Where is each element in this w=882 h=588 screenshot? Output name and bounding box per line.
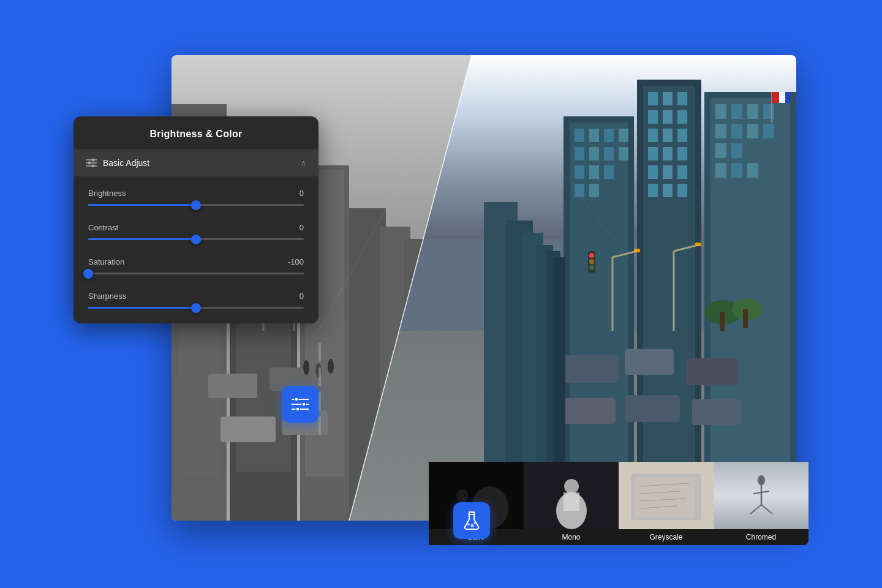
svg-rect-62	[715, 124, 726, 138]
svg-rect-66	[715, 143, 726, 158]
svg-rect-101	[575, 165, 584, 179]
svg-point-171	[758, 475, 765, 485]
svg-rect-45	[318, 368, 321, 386]
mono-thumbnail-image	[524, 462, 619, 529]
svg-rect-95	[604, 129, 614, 142]
section-header[interactable]: Basic Adjust ∧	[74, 149, 318, 176]
contrast-thumb[interactable]	[191, 235, 201, 244]
svg-rect-70	[747, 163, 758, 178]
svg-rect-59	[731, 104, 742, 119]
svg-rect-162	[564, 492, 579, 511]
svg-point-140	[92, 159, 95, 162]
svg-point-154	[474, 522, 476, 524]
sharpness-track[interactable]	[88, 307, 304, 309]
svg-point-144	[92, 165, 95, 168]
lab-icon	[462, 511, 481, 530]
saturation-track[interactable]	[88, 273, 304, 274]
svg-rect-123	[564, 398, 616, 424]
saturation-thumb[interactable]	[83, 269, 93, 279]
svg-rect-112	[634, 249, 640, 252]
adjust-button[interactable]	[282, 386, 318, 423]
brightness-track[interactable]	[88, 204, 304, 206]
saturation-value: -100	[288, 257, 304, 266]
contrast-value: 0	[300, 223, 304, 232]
sharpness-thumb[interactable]	[191, 303, 201, 313]
svg-point-118	[589, 259, 594, 264]
chevron-up-icon: ∧	[301, 159, 306, 167]
svg-rect-121	[625, 349, 674, 375]
svg-point-41	[303, 360, 309, 375]
contrast-track[interactable]	[88, 238, 304, 240]
svg-rect-83	[663, 147, 673, 160]
filter-thumbnails-container: B&W Mono	[172, 462, 809, 545]
svg-rect-165	[634, 477, 695, 517]
svg-rect-97	[575, 147, 584, 160]
svg-point-153	[471, 524, 474, 527]
svg-rect-102	[589, 165, 599, 179]
lab-button[interactable]	[453, 502, 490, 539]
svg-rect-68	[715, 163, 726, 178]
svg-rect-76	[648, 110, 658, 124]
greyscale-label: Greyscale	[619, 529, 714, 545]
svg-rect-73	[648, 92, 658, 105]
svg-point-117	[589, 253, 594, 258]
svg-rect-79	[648, 129, 658, 142]
svg-rect-60	[747, 104, 758, 119]
svg-rect-120	[564, 355, 619, 383]
svg-rect-58	[715, 104, 726, 119]
sharpness-slider-row: Sharpness 0	[88, 292, 304, 309]
greyscale-thumbnail-image	[619, 462, 714, 529]
filter-chromed[interactable]: Chromed	[714, 462, 809, 545]
svg-rect-46	[318, 392, 321, 410]
sharpness-label-row: Sharpness 0	[88, 292, 304, 301]
svg-rect-85	[648, 165, 658, 179]
chromed-thumbnail-image	[714, 462, 809, 529]
svg-rect-86	[663, 165, 673, 179]
sharpness-label: Sharpness	[88, 292, 126, 301]
svg-point-148	[302, 402, 306, 406]
svg-rect-96	[619, 129, 628, 142]
svg-rect-125	[692, 399, 741, 425]
svg-rect-115	[695, 243, 701, 246]
svg-rect-84	[677, 147, 687, 160]
svg-rect-61	[763, 104, 774, 119]
svg-point-43	[328, 359, 334, 374]
app-container: Brightness & Color Basic Adjust ∧	[74, 43, 809, 545]
brightness-slider-row: Brightness 0	[88, 189, 304, 206]
saturation-slider-row: Saturation -100	[88, 257, 304, 274]
filter-mono[interactable]: Mono	[524, 462, 619, 545]
svg-point-146	[295, 398, 298, 401]
brightness-value: 0	[300, 189, 304, 198]
svg-rect-122	[686, 358, 738, 385]
saturation-label-row: Saturation -100	[88, 257, 304, 266]
svg-rect-103	[604, 165, 614, 179]
svg-point-161	[564, 479, 579, 494]
svg-rect-105	[589, 184, 599, 197]
brightness-thumb[interactable]	[191, 200, 201, 210]
svg-rect-128	[779, 92, 785, 103]
svg-rect-75	[677, 92, 687, 105]
sharpness-fill	[88, 307, 196, 309]
svg-rect-47	[318, 417, 321, 435]
svg-rect-63	[731, 124, 742, 138]
filter-greyscale[interactable]: Greyscale	[619, 462, 714, 545]
svg-rect-100	[619, 147, 628, 160]
svg-point-152	[467, 523, 470, 526]
chromed-label: Chromed	[714, 529, 809, 545]
sharpness-value: 0	[300, 292, 304, 301]
svg-rect-90	[677, 184, 687, 197]
svg-rect-109	[743, 309, 748, 328]
svg-rect-65	[763, 124, 774, 138]
svg-rect-82	[648, 147, 658, 160]
svg-point-157	[456, 489, 469, 502]
svg-rect-44	[318, 343, 321, 361]
svg-point-119	[589, 265, 594, 270]
svg-rect-64	[747, 124, 758, 138]
svg-rect-37	[208, 374, 257, 398]
svg-rect-80	[663, 129, 673, 142]
svg-rect-74	[663, 92, 673, 105]
adjust-sliders-icon	[292, 398, 309, 411]
contrast-label-row: Contrast 0	[88, 223, 304, 232]
svg-rect-94	[589, 129, 599, 142]
brightness-label-row: Brightness 0	[88, 189, 304, 198]
